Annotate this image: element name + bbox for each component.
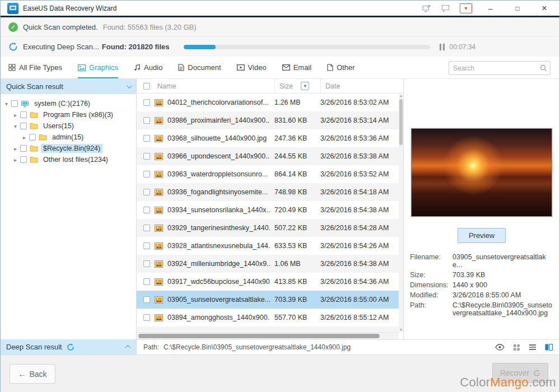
- success-check-icon: ✓: [8, 22, 18, 32]
- tab-audio[interactable]: Audio: [134, 57, 162, 78]
- chevron-up-icon[interactable]: [125, 345, 130, 351]
- horizontal-scrollbar-thumb[interactable]: [138, 334, 380, 338]
- search-icon[interactable]: [540, 64, 547, 72]
- tree-checkbox[interactable]: [11, 100, 18, 107]
- file-row-03968-silhouette-1440x900-jpg[interactable]: 03968_silhouette_1440x900.jpg247.36 KB3/…: [137, 129, 399, 147]
- chevron-down-icon[interactable]: ▾: [12, 123, 19, 129]
- minimize-button[interactable]: –: [482, 4, 499, 13]
- name-column-header[interactable]: Name: [157, 82, 274, 90]
- tab-other[interactable]: Other: [327, 57, 355, 78]
- file-name-cell: 03905_sunsetovergreatsaltlake...: [167, 296, 270, 304]
- tree-checkbox[interactable]: [20, 145, 27, 152]
- tree-checkbox[interactable]: [20, 111, 27, 118]
- maximize-button[interactable]: □: [509, 4, 526, 12]
- deep-scan-progress: [184, 45, 430, 49]
- row-checkbox[interactable]: [143, 296, 150, 303]
- pause-button[interactable]: [440, 44, 445, 50]
- back-arrow-icon: ←: [18, 370, 26, 379]
- file-row-03924-milleniumbridge-1440x9[interactable]: 03924_milleniumbridge_1440x9...1.06 MB3/…: [137, 255, 399, 273]
- tab-video[interactable]: Video: [237, 57, 267, 78]
- back-button[interactable]: ← Back: [10, 364, 55, 384]
- thumbnail-grid-icon[interactable]: [513, 344, 520, 351]
- file-size-cell: 244.55 KB: [270, 152, 316, 160]
- list-view-icon[interactable]: [529, 344, 536, 351]
- tree-item-users-15[interactable]: ▾Users(15): [1, 120, 136, 132]
- image-file-icon: [155, 99, 163, 106]
- tree-item-admin-15[interactable]: ▸admin(15): [1, 132, 136, 143]
- tree-item-system-c-2176[interactable]: ▾system (C:)(2176): [1, 98, 136, 109]
- quick-scan-status-bar: ✓ Quick Scan completed. Found: 55563 fil…: [1, 17, 559, 37]
- tree-item-recycle-bin-924[interactable]: ▸$Recycle.Bin(924): [1, 143, 136, 154]
- chevron-down-icon[interactable]: ▾: [3, 101, 10, 107]
- preview-eye-icon[interactable]: [495, 344, 505, 351]
- preview-button[interactable]: Preview: [458, 228, 506, 243]
- file-row-03894-amongghosts-1440x900[interactable]: 03894_amongghosts_1440x900...557.70 KB3/…: [137, 309, 399, 326]
- close-button[interactable]: ×: [536, 3, 553, 14]
- main-area: Quick Scan result ▾system (C:)(2176)▸Pro…: [1, 79, 559, 339]
- chevron-right-icon[interactable]: ▸: [21, 134, 28, 141]
- tree-item-other-lost-files-1234[interactable]: ▸Other lost files(1234): [1, 154, 136, 165]
- email-icon: [282, 64, 290, 71]
- file-row-03928-atlantisnexusnebula-144[interactable]: 03928_atlantisnexusnebula_144...633.53 K…: [137, 237, 399, 255]
- deep-scan-result-header[interactable]: Deep Scan result: [1, 339, 137, 354]
- tab-all-file-types[interactable]: All File Types: [8, 57, 62, 78]
- file-row-03905-sunsetovergreatsaltlake[interactable]: 03905_sunsetovergreatsaltlake...703.39 K…: [137, 291, 399, 309]
- tab-label: Document: [188, 63, 221, 72]
- row-checkbox[interactable]: [143, 225, 150, 231]
- file-row-03936-fogandlightsinyosemite[interactable]: 03936_fogandlightsinyosemite...748.98 KB…: [137, 183, 399, 201]
- row-checkbox[interactable]: [143, 278, 150, 285]
- chevron-down-icon[interactable]: [127, 83, 132, 88]
- deep-scan-result-spinner-icon: [67, 343, 74, 351]
- tree-checkbox[interactable]: [29, 134, 36, 141]
- feedback-icon[interactable]: [441, 4, 450, 12]
- file-row-04012-therichcolorvariationsof[interactable]: 04012_therichcolorvariationsof...1.26 MB…: [137, 94, 399, 111]
- horizontal-scrollbar[interactable]: [137, 332, 399, 339]
- row-checkbox[interactable]: [143, 135, 150, 142]
- scroll-down-arrow-icon[interactable]: ▼: [399, 328, 403, 332]
- row-checkbox[interactable]: [143, 207, 150, 213]
- file-size-cell: 1.06 MB: [270, 260, 316, 268]
- row-checkbox[interactable]: [143, 189, 150, 195]
- row-checkbox[interactable]: [143, 171, 150, 178]
- scroll-up-arrow-icon[interactable]: ▲: [399, 94, 403, 97]
- row-checkbox[interactable]: [143, 117, 150, 124]
- search-input[interactable]: [453, 64, 540, 72]
- row-checkbox[interactable]: [143, 314, 150, 321]
- size-column-header[interactable]: Size ▾: [274, 79, 320, 93]
- promo-dropdown-button[interactable]: ▾: [460, 3, 472, 13]
- file-row-03887-celestialfireworks-1440x[interactable]: 03887_celestialfireworks_1440x...1.49 MB…: [137, 326, 399, 332]
- vertical-scrollbar-thumb[interactable]: [399, 99, 403, 145]
- size-filter-dropdown[interactable]: ▾: [301, 82, 309, 90]
- file-row-03966-upondescent-1440x900[interactable]: 03966_upondescent_1440x900...244.55 KB3/…: [137, 147, 399, 165]
- date-column-header[interactable]: Date: [320, 79, 403, 93]
- tab-email[interactable]: Email: [282, 57, 312, 78]
- chevron-right-icon[interactable]: ▸: [12, 112, 19, 118]
- file-row-03934-sunsetonsrilanka-1440x[interactable]: 03934_sunsetonsrilanka_1440x...720.49 KB…: [137, 201, 399, 219]
- window-title: EaseUS Data Recovery Wizard: [23, 4, 116, 12]
- select-all-checkbox[interactable]: [143, 83, 150, 90]
- vertical-scrollbar[interactable]: ▲ ▼: [399, 94, 403, 332]
- chevron-right-icon[interactable]: ▸: [12, 146, 19, 152]
- chevron-right-icon[interactable]: ▸: [12, 157, 19, 163]
- tab-document[interactable]: Document: [178, 57, 221, 78]
- row-checkbox[interactable]: [143, 153, 150, 160]
- info-label: Path:: [410, 301, 452, 317]
- file-row-03986-proximainferi-1440x900[interactable]: 03986_proximainferi_1440x900...831.60 KB…: [137, 111, 399, 129]
- other-icon: [327, 64, 333, 71]
- tree-checkbox[interactable]: [20, 156, 27, 163]
- image-file-icon: [155, 278, 163, 286]
- row-checkbox[interactable]: [143, 242, 150, 249]
- deep-scan-found: Found: 201820 files: [102, 43, 170, 51]
- detail-columns-view-icon[interactable]: [545, 344, 553, 351]
- row-checkbox[interactable]: [143, 99, 150, 106]
- quick-scan-result-header[interactable]: Quick Scan result: [1, 79, 136, 94]
- file-row-03929-tangerinesinthesky-1440[interactable]: 03929_tangerinesinthesky_1440...507.22 K…: [137, 219, 399, 237]
- tree-checkbox[interactable]: [20, 123, 27, 129]
- file-name-cell: 03917_wdc56bupclose_1440x90...: [167, 278, 270, 286]
- file-row-03917-wdc56bupclose-1440x90[interactable]: 03917_wdc56bupclose_1440x90...413.85 KB3…: [137, 273, 399, 291]
- tree-item-program-files-x86-3[interactable]: ▸Program Files (x86)(3): [1, 109, 136, 120]
- tab-graphics[interactable]: Graphics: [78, 57, 118, 78]
- row-checkbox[interactable]: [143, 260, 150, 267]
- cast-screen-icon[interactable]: [422, 4, 431, 12]
- file-row-03963-waterdroppletsonsunro[interactable]: 03963_waterdroppletsonsunro...864.14 KB3…: [137, 165, 399, 183]
